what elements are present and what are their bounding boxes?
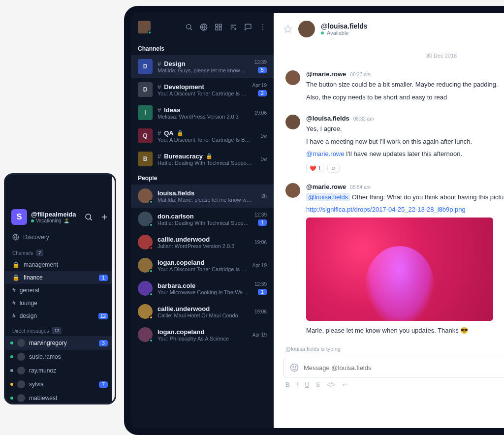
phone-header-actions xyxy=(84,213,109,221)
person-item[interactable]: logan.copeland You: Philosophy As A Scie… xyxy=(131,323,274,346)
phone-dm-item[interactable]: marvingregory 3 xyxy=(5,336,115,350)
channel-badge: D xyxy=(138,59,153,74)
channel-name: QA xyxy=(164,129,174,137)
phone-channel-item[interactable]: #design12 xyxy=(5,310,115,322)
presence-dot xyxy=(321,31,324,34)
person-text: logan.copeland You: Philosophy As A Scie… xyxy=(158,328,248,342)
star-icon[interactable] xyxy=(284,25,292,33)
presence-dot xyxy=(31,219,34,222)
hash-icon: # xyxy=(158,129,161,137)
message-author[interactable]: @louisa.fields xyxy=(306,115,349,122)
phone-dm-count: 12 xyxy=(52,327,62,334)
globe-icon[interactable] xyxy=(200,23,208,31)
person-avatar xyxy=(138,212,153,226)
person-time: 19:06 xyxy=(254,309,267,314)
message-icon[interactable] xyxy=(244,23,252,31)
grid-icon[interactable] xyxy=(215,23,222,31)
phone-dm-item[interactable]: ray.munoz xyxy=(5,364,115,377)
phone-channels-header: Channels 7 xyxy=(5,245,115,258)
phone-channel-name: lounge xyxy=(20,300,37,307)
compose-icon[interactable] xyxy=(100,213,109,221)
message: @marie.rowe 08:54 am @louisa.fields Othe… xyxy=(274,178,504,343)
phone-dm-header: Direct messages 12 xyxy=(5,322,115,336)
channel-item[interactable]: B # Bureaucracy 🔒 Hattie: Dealing With T… xyxy=(131,148,274,171)
person-item[interactable]: louisa.fields Matilda: Marie, please let… xyxy=(131,185,274,208)
mention[interactable]: @louisa.fields xyxy=(306,193,350,201)
channel-text: # Development You: A Discount Toner Cart… xyxy=(158,83,248,96)
phone-channel-item[interactable]: 🔒management xyxy=(5,258,115,271)
format-strike[interactable]: S xyxy=(316,381,320,388)
message-timestamp: 08:54 am xyxy=(350,185,371,190)
phone-channel-item[interactable]: #lounge xyxy=(5,297,115,310)
dm-avatar xyxy=(17,380,25,388)
discovery-button[interactable]: Discovery xyxy=(5,230,115,245)
person-text: barbara.cole You: Microwave Cooking Is T… xyxy=(158,282,250,295)
mention[interactable]: @marie.rowe xyxy=(306,150,345,157)
channel-title: # Design xyxy=(158,60,250,67)
hash-icon: # xyxy=(158,153,161,160)
presence-dot xyxy=(149,315,153,319)
format-underline[interactable]: U xyxy=(305,381,309,388)
channel-item[interactable]: I # Ideas Melissa: WordPress Version 2.0… xyxy=(131,101,274,124)
presence-dot xyxy=(149,223,153,227)
person-item[interactable]: logan.copeland You: A Discount Toner Car… xyxy=(131,254,274,277)
format-italic[interactable]: i xyxy=(297,381,298,388)
channel-item[interactable]: D # Development You: A Discount Toner Ca… xyxy=(131,78,274,101)
message-timestamp: 08:32 am xyxy=(353,116,374,122)
channel-item[interactable]: Q # QA 🔒 You: A Discount Toner Cartridge… xyxy=(131,124,274,148)
workspace-badge[interactable]: S xyxy=(11,209,27,225)
format-send[interactable]: ↩ xyxy=(342,381,347,388)
phone-channel-item[interactable]: 🔒finance1 xyxy=(5,271,115,284)
phone-dm-item[interactable]: sylvia 7 xyxy=(5,377,115,391)
reaction-chip[interactable]: ❤️ 1 xyxy=(306,164,324,173)
phone-dm-item[interactable]: mablewest xyxy=(5,391,115,404)
person-item[interactable]: callie.underwood Callie: Maui Hotel Or M… xyxy=(131,300,274,323)
channel-item[interactable]: D # Design Matilda: Guys, please let me … xyxy=(131,55,274,78)
phone-channel-item[interactable]: #general xyxy=(5,284,115,297)
person-item[interactable]: barbara.cole You: Microwave Cooking Is T… xyxy=(131,277,274,300)
channel-time: 1w xyxy=(260,133,267,139)
person-meta: 12:39 1 xyxy=(254,281,267,295)
link[interactable]: http://significa.pt/drops/2017-04-25_22-… xyxy=(306,206,466,213)
channel-name: Development xyxy=(164,83,204,91)
person-item[interactable]: callie.underwood Julian: WordPress Versi… xyxy=(131,231,274,254)
message-author[interactable]: @marie.rowe xyxy=(306,70,346,78)
emoji-icon[interactable] xyxy=(290,363,299,372)
person-name: callie.underwood xyxy=(158,305,250,312)
search-icon[interactable] xyxy=(185,23,193,31)
person-name: barbara.cole xyxy=(158,282,250,289)
image-attachment[interactable] xyxy=(306,218,493,321)
format-toolbar: B i U S </> ↩ xyxy=(274,377,504,392)
person-item[interactable]: don.carlson Hattie: Dealing With Technic… xyxy=(131,208,274,231)
person-text: louisa.fields Matilda: Marie, please let… xyxy=(158,189,256,203)
composer[interactable] xyxy=(284,358,504,377)
phone-dm-item[interactable]: susie.ramos xyxy=(5,350,115,364)
svg-line-1 xyxy=(90,218,92,220)
channel-meta: Apr 19 2 xyxy=(252,83,267,96)
message-text: @louisa.fields Other thing: What do you … xyxy=(306,192,504,202)
presence-dot xyxy=(149,200,153,204)
person-avatar xyxy=(138,327,153,342)
channel-text: # Bureaucracy 🔒 Hattie: Dealing With Tec… xyxy=(158,153,255,166)
search-icon[interactable] xyxy=(84,213,93,221)
hash-icon: # xyxy=(158,60,161,67)
person-time: 12:39 xyxy=(254,281,267,287)
more-icon[interactable] xyxy=(259,23,267,31)
message: @louisa.fields 08:32 am Yes, I agree.I h… xyxy=(274,110,504,178)
sort-icon[interactable] xyxy=(229,23,237,31)
message-header: @louisa.fields 08:32 am xyxy=(306,115,504,122)
format-code[interactable]: </> xyxy=(327,381,335,388)
channel-text: # Ideas Melissa: WordPress Version 2.0.3 xyxy=(158,106,250,120)
channel-meta: 12:39 5 xyxy=(254,60,267,73)
message-text: I have a meeting now but I'll work on th… xyxy=(306,137,504,147)
message-author[interactable]: @marie.rowe xyxy=(306,183,346,190)
format-bold[interactable]: B xyxy=(285,381,290,388)
conversation-status-text: Available xyxy=(327,30,348,36)
channel-text: # QA 🔒 You: A Discount Toner Cartridge I… xyxy=(158,129,255,143)
user-avatar[interactable] xyxy=(138,21,151,33)
presence-dot xyxy=(10,397,13,400)
hash-icon: # xyxy=(158,83,161,91)
composer-input[interactable] xyxy=(304,364,504,372)
message-body: @marie.rowe 08:27 am The button size cou… xyxy=(306,70,504,105)
add-reaction-button[interactable]: ☺ xyxy=(327,164,340,173)
